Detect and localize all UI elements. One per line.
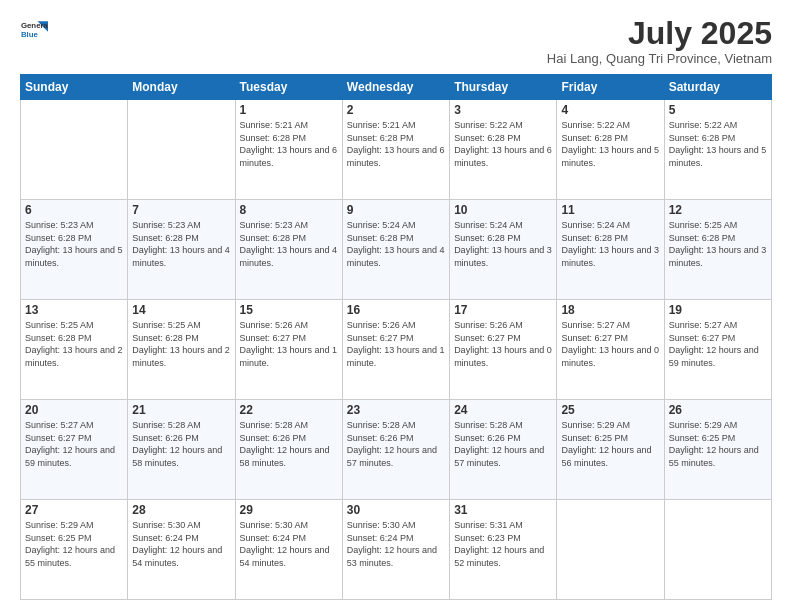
col-saturday: Saturday	[664, 75, 771, 100]
day-info: Sunrise: 5:26 AMSunset: 6:27 PMDaylight:…	[240, 319, 338, 369]
calendar-cell: 25Sunrise: 5:29 AMSunset: 6:25 PMDayligh…	[557, 400, 664, 500]
day-number: 11	[561, 203, 659, 217]
week-row-5: 27Sunrise: 5:29 AMSunset: 6:25 PMDayligh…	[21, 500, 772, 600]
calendar-cell: 16Sunrise: 5:26 AMSunset: 6:27 PMDayligh…	[342, 300, 449, 400]
week-row-1: 1Sunrise: 5:21 AMSunset: 6:28 PMDaylight…	[21, 100, 772, 200]
calendar-cell: 11Sunrise: 5:24 AMSunset: 6:28 PMDayligh…	[557, 200, 664, 300]
day-number: 5	[669, 103, 767, 117]
calendar-table: Sunday Monday Tuesday Wednesday Thursday…	[20, 74, 772, 600]
day-number: 22	[240, 403, 338, 417]
calendar-cell: 17Sunrise: 5:26 AMSunset: 6:27 PMDayligh…	[450, 300, 557, 400]
day-info: Sunrise: 5:28 AMSunset: 6:26 PMDaylight:…	[132, 419, 230, 469]
day-info: Sunrise: 5:25 AMSunset: 6:28 PMDaylight:…	[669, 219, 767, 269]
day-info: Sunrise: 5:26 AMSunset: 6:27 PMDaylight:…	[347, 319, 445, 369]
day-number: 4	[561, 103, 659, 117]
day-info: Sunrise: 5:27 AMSunset: 6:27 PMDaylight:…	[561, 319, 659, 369]
week-row-2: 6Sunrise: 5:23 AMSunset: 6:28 PMDaylight…	[21, 200, 772, 300]
day-info: Sunrise: 5:28 AMSunset: 6:26 PMDaylight:…	[240, 419, 338, 469]
day-info: Sunrise: 5:22 AMSunset: 6:28 PMDaylight:…	[561, 119, 659, 169]
subtitle: Hai Lang, Quang Tri Province, Vietnam	[547, 51, 772, 66]
day-number: 19	[669, 303, 767, 317]
day-number: 15	[240, 303, 338, 317]
day-info: Sunrise: 5:24 AMSunset: 6:28 PMDaylight:…	[454, 219, 552, 269]
calendar-cell: 6Sunrise: 5:23 AMSunset: 6:28 PMDaylight…	[21, 200, 128, 300]
day-info: Sunrise: 5:21 AMSunset: 6:28 PMDaylight:…	[240, 119, 338, 169]
day-info: Sunrise: 5:22 AMSunset: 6:28 PMDaylight:…	[669, 119, 767, 169]
calendar-cell: 28Sunrise: 5:30 AMSunset: 6:24 PMDayligh…	[128, 500, 235, 600]
calendar-cell: 31Sunrise: 5:31 AMSunset: 6:23 PMDayligh…	[450, 500, 557, 600]
day-info: Sunrise: 5:23 AMSunset: 6:28 PMDaylight:…	[240, 219, 338, 269]
svg-text:Blue: Blue	[21, 30, 39, 39]
day-info: Sunrise: 5:23 AMSunset: 6:28 PMDaylight:…	[132, 219, 230, 269]
calendar-cell: 3Sunrise: 5:22 AMSunset: 6:28 PMDaylight…	[450, 100, 557, 200]
day-number: 26	[669, 403, 767, 417]
day-number: 9	[347, 203, 445, 217]
day-number: 13	[25, 303, 123, 317]
day-info: Sunrise: 5:22 AMSunset: 6:28 PMDaylight:…	[454, 119, 552, 169]
day-info: Sunrise: 5:24 AMSunset: 6:28 PMDaylight:…	[347, 219, 445, 269]
svg-text:General: General	[21, 21, 48, 30]
col-wednesday: Wednesday	[342, 75, 449, 100]
day-info: Sunrise: 5:21 AMSunset: 6:28 PMDaylight:…	[347, 119, 445, 169]
day-number: 25	[561, 403, 659, 417]
day-info: Sunrise: 5:31 AMSunset: 6:23 PMDaylight:…	[454, 519, 552, 569]
calendar-cell: 9Sunrise: 5:24 AMSunset: 6:28 PMDaylight…	[342, 200, 449, 300]
day-number: 7	[132, 203, 230, 217]
main-title: July 2025	[547, 16, 772, 51]
col-thursday: Thursday	[450, 75, 557, 100]
day-number: 20	[25, 403, 123, 417]
day-number: 31	[454, 503, 552, 517]
calendar-cell: 21Sunrise: 5:28 AMSunset: 6:26 PMDayligh…	[128, 400, 235, 500]
day-number: 12	[669, 203, 767, 217]
title-block: July 2025 Hai Lang, Quang Tri Province, …	[547, 16, 772, 66]
day-info: Sunrise: 5:27 AMSunset: 6:27 PMDaylight:…	[25, 419, 123, 469]
week-row-3: 13Sunrise: 5:25 AMSunset: 6:28 PMDayligh…	[21, 300, 772, 400]
day-info: Sunrise: 5:29 AMSunset: 6:25 PMDaylight:…	[669, 419, 767, 469]
calendar-cell: 8Sunrise: 5:23 AMSunset: 6:28 PMDaylight…	[235, 200, 342, 300]
calendar-cell: 27Sunrise: 5:29 AMSunset: 6:25 PMDayligh…	[21, 500, 128, 600]
calendar-cell	[557, 500, 664, 600]
day-number: 2	[347, 103, 445, 117]
day-number: 6	[25, 203, 123, 217]
calendar-cell: 15Sunrise: 5:26 AMSunset: 6:27 PMDayligh…	[235, 300, 342, 400]
calendar-cell: 10Sunrise: 5:24 AMSunset: 6:28 PMDayligh…	[450, 200, 557, 300]
calendar-cell: 13Sunrise: 5:25 AMSunset: 6:28 PMDayligh…	[21, 300, 128, 400]
calendar-cell	[21, 100, 128, 200]
day-info: Sunrise: 5:25 AMSunset: 6:28 PMDaylight:…	[25, 319, 123, 369]
day-info: Sunrise: 5:30 AMSunset: 6:24 PMDaylight:…	[240, 519, 338, 569]
col-sunday: Sunday	[21, 75, 128, 100]
calendar-cell: 4Sunrise: 5:22 AMSunset: 6:28 PMDaylight…	[557, 100, 664, 200]
day-info: Sunrise: 5:29 AMSunset: 6:25 PMDaylight:…	[561, 419, 659, 469]
day-number: 1	[240, 103, 338, 117]
day-info: Sunrise: 5:27 AMSunset: 6:27 PMDaylight:…	[669, 319, 767, 369]
calendar-cell: 19Sunrise: 5:27 AMSunset: 6:27 PMDayligh…	[664, 300, 771, 400]
day-info: Sunrise: 5:24 AMSunset: 6:28 PMDaylight:…	[561, 219, 659, 269]
day-number: 18	[561, 303, 659, 317]
calendar-cell	[128, 100, 235, 200]
day-number: 10	[454, 203, 552, 217]
calendar-cell: 20Sunrise: 5:27 AMSunset: 6:27 PMDayligh…	[21, 400, 128, 500]
day-info: Sunrise: 5:26 AMSunset: 6:27 PMDaylight:…	[454, 319, 552, 369]
day-info: Sunrise: 5:29 AMSunset: 6:25 PMDaylight:…	[25, 519, 123, 569]
logo: General Blue	[20, 16, 48, 44]
day-info: Sunrise: 5:28 AMSunset: 6:26 PMDaylight:…	[454, 419, 552, 469]
day-number: 17	[454, 303, 552, 317]
day-info: Sunrise: 5:28 AMSunset: 6:26 PMDaylight:…	[347, 419, 445, 469]
calendar-cell: 14Sunrise: 5:25 AMSunset: 6:28 PMDayligh…	[128, 300, 235, 400]
col-friday: Friday	[557, 75, 664, 100]
day-number: 16	[347, 303, 445, 317]
header: General Blue July 2025 Hai Lang, Quang T…	[20, 16, 772, 66]
calendar-cell: 24Sunrise: 5:28 AMSunset: 6:26 PMDayligh…	[450, 400, 557, 500]
day-info: Sunrise: 5:30 AMSunset: 6:24 PMDaylight:…	[132, 519, 230, 569]
calendar-cell: 7Sunrise: 5:23 AMSunset: 6:28 PMDaylight…	[128, 200, 235, 300]
day-number: 8	[240, 203, 338, 217]
day-number: 24	[454, 403, 552, 417]
col-monday: Monday	[128, 75, 235, 100]
calendar-cell	[664, 500, 771, 600]
week-row-4: 20Sunrise: 5:27 AMSunset: 6:27 PMDayligh…	[21, 400, 772, 500]
day-number: 30	[347, 503, 445, 517]
day-number: 27	[25, 503, 123, 517]
calendar-cell: 23Sunrise: 5:28 AMSunset: 6:26 PMDayligh…	[342, 400, 449, 500]
day-number: 28	[132, 503, 230, 517]
calendar-cell: 30Sunrise: 5:30 AMSunset: 6:24 PMDayligh…	[342, 500, 449, 600]
